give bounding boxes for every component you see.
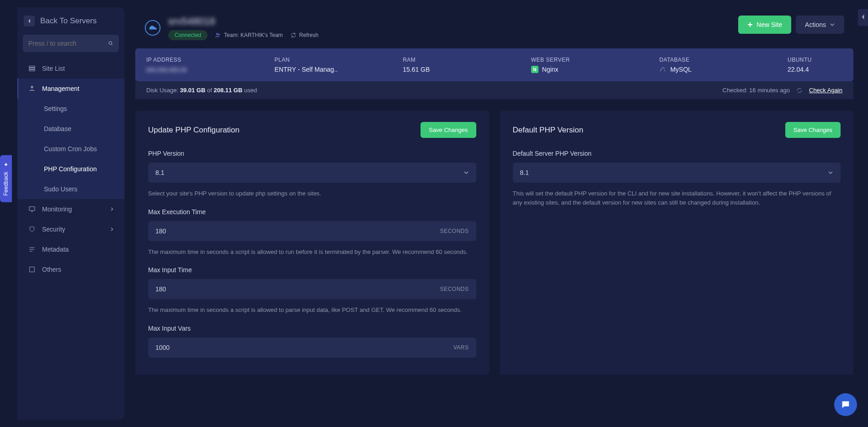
- server-name: srv548018: [168, 16, 319, 27]
- check-again-link[interactable]: Check Again: [809, 87, 842, 94]
- max-input-time-label: Max Input Time: [148, 266, 476, 274]
- team-label: Team: KARTHIK's Team: [215, 32, 283, 38]
- save-changes-button[interactable]: Save Changes: [785, 122, 841, 138]
- php-version-help: Select your site's PHP version to update…: [148, 189, 476, 198]
- stat-webserver: WEB SERVER NNginx: [531, 57, 641, 81]
- chat-fab[interactable]: [834, 393, 857, 416]
- sidebar-item-monitoring[interactable]: Monitoring: [17, 199, 124, 219]
- card-title: Default PHP Version: [513, 126, 584, 135]
- max-exec-help: The maximum time in seconds a script is …: [148, 248, 476, 257]
- svg-point-8: [217, 33, 218, 35]
- sidebar-label: Site List: [42, 65, 65, 72]
- svg-point-9: [218, 34, 219, 35]
- max-input-vars-label: Max Input Vars: [148, 325, 476, 332]
- default-php-help: This will set the default PHP version fo…: [513, 189, 841, 207]
- sidebar-label: Monitoring: [42, 206, 72, 213]
- refresh-icon: [290, 32, 297, 38]
- checked-time: Checked: 16 minutes ago: [723, 87, 790, 94]
- team-icon: [215, 32, 221, 38]
- stats-panel: IP ADDRESS xxx.xxx.xxx.xx PLAN ENTRY - S…: [135, 48, 853, 99]
- sidebar-item-site-list[interactable]: Site List: [17, 58, 124, 79]
- chevron-down-icon: [463, 170, 469, 175]
- chevron-down-icon: [828, 170, 833, 175]
- refresh-button[interactable]: Refresh: [290, 32, 319, 38]
- sidebar-label: Others: [42, 266, 61, 273]
- chat-icon: [841, 400, 851, 410]
- others-icon: [28, 266, 36, 273]
- main-content: srv548018 Connected Team: KARTHIK's Team…: [135, 7, 853, 427]
- feedback-tab[interactable]: Feedback: [0, 155, 12, 202]
- sub-cron[interactable]: Custom Cron Jobs: [17, 139, 124, 159]
- sidebar-label: Management: [42, 85, 80, 92]
- plus-icon: [747, 22, 753, 27]
- search-icon: [108, 39, 113, 47]
- stat-plan: PLAN ENTRY - Self Manag..: [275, 57, 385, 81]
- management-icon: [28, 85, 36, 92]
- stat-os: UBUNTU 22.04.4: [788, 57, 842, 81]
- status-badge: Connected: [168, 30, 208, 40]
- disk-usage-text: Disk Usage: 39.01 GB of 208.11 GB used: [146, 87, 257, 94]
- max-exec-label: Max Execution Time: [148, 208, 476, 216]
- sub-sudo[interactable]: Sudo Users: [17, 179, 124, 199]
- stat-ram: RAM 15.61 GB: [403, 57, 513, 81]
- sub-php-config[interactable]: PHP Configuration: [17, 159, 124, 179]
- svg-rect-3: [29, 70, 35, 71]
- metadata-icon: [28, 246, 36, 253]
- svg-point-0: [109, 42, 112, 44]
- save-changes-button[interactable]: Save Changes: [421, 122, 476, 138]
- update-php-card: Update PHP Configuration Save Changes PH…: [135, 111, 489, 375]
- sidebar-item-metadata[interactable]: Metadata: [17, 239, 124, 259]
- actions-dropdown[interactable]: Actions: [796, 16, 844, 34]
- refresh-icon: [796, 87, 803, 94]
- sidebar-label: Security: [42, 226, 65, 233]
- chevron-down-icon: [830, 22, 835, 27]
- svg-rect-5: [29, 207, 35, 211]
- chevron-right-icon: [110, 227, 114, 232]
- svg-rect-6: [30, 267, 35, 272]
- max-exec-field[interactable]: 180 SECONDS: [148, 221, 476, 241]
- stat-ip: IP ADDRESS xxx.xxx.xxx.xx: [146, 57, 256, 81]
- max-input-time-help: The maximum time in seconds a script is …: [148, 306, 476, 315]
- back-button[interactable]: [24, 16, 35, 26]
- sidebar: Back To Servers Site List Management Set…: [17, 7, 124, 420]
- search-input[interactable]: [28, 40, 108, 47]
- default-php-card: Default PHP Version Save Changes Default…: [500, 111, 854, 375]
- sidebar-item-management[interactable]: Management: [17, 79, 124, 99]
- sidebar-item-others[interactable]: Others: [17, 259, 124, 279]
- management-subnav: Settings Database Custom Cron Jobs PHP C…: [17, 99, 124, 199]
- stat-database: DATABASE MySQL: [659, 57, 769, 81]
- php-version-select[interactable]: 8.1: [148, 163, 476, 183]
- new-site-button[interactable]: New Site: [738, 16, 791, 34]
- shield-icon: [28, 226, 36, 233]
- nginx-icon: N: [531, 66, 538, 73]
- logo-icon: [144, 20, 161, 36]
- sub-database[interactable]: Database: [17, 119, 124, 139]
- sub-settings[interactable]: Settings: [17, 99, 124, 119]
- sidebar-label: Metadata: [42, 246, 69, 253]
- default-php-select[interactable]: 8.1: [513, 163, 841, 183]
- search-input-wrap[interactable]: [23, 35, 119, 52]
- svg-rect-1: [29, 66, 35, 68]
- max-input-vars-field[interactable]: 1000 VARS: [148, 337, 476, 358]
- mysql-icon: [659, 66, 666, 73]
- max-input-time-field[interactable]: 180 SECONDS: [148, 279, 476, 299]
- back-label: Back To Servers: [40, 16, 96, 26]
- php-version-label: PHP Version: [148, 150, 476, 157]
- default-php-label: Default Server PHP Version: [513, 150, 841, 157]
- svg-point-4: [31, 86, 33, 88]
- chevron-left-icon: [861, 14, 865, 20]
- list-icon: [28, 65, 36, 72]
- chevron-right-icon: [110, 207, 114, 211]
- collapse-panel-button[interactable]: [858, 9, 868, 26]
- sidebar-item-security[interactable]: Security: [17, 219, 124, 239]
- card-title: Update PHP Configuration: [148, 126, 240, 135]
- svg-rect-2: [29, 68, 35, 69]
- monitor-icon: [28, 206, 36, 213]
